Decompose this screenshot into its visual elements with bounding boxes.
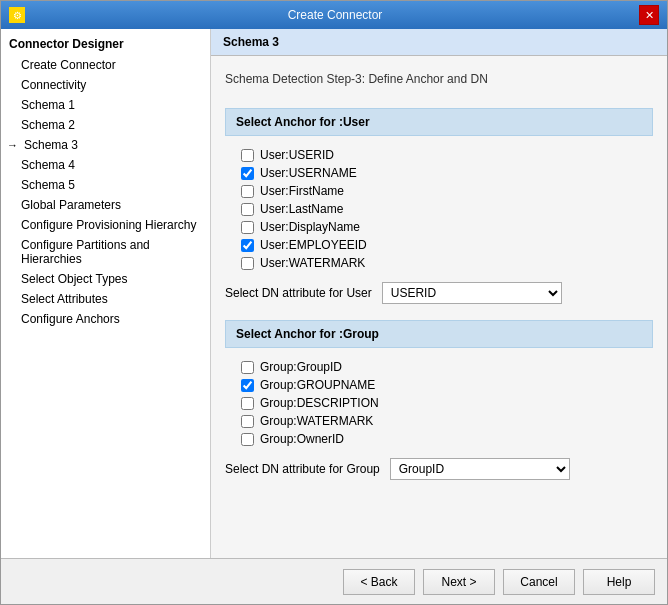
back-button[interactable]: < Back <box>343 569 415 595</box>
sidebar-label-create-connector: Create Connector <box>21 58 116 72</box>
user-section-header: Select Anchor for :User <box>225 108 653 136</box>
sidebar-label-global-parameters: Global Parameters <box>21 198 121 212</box>
sidebar-label-select-attributes: Select Attributes <box>21 292 108 306</box>
sidebar-label-schema3: Schema 3 <box>24 138 78 152</box>
sidebar-item-create-connector[interactable]: Create Connector <box>1 55 210 75</box>
sidebar-item-configure-partitions[interactable]: Configure Partitions and Hierarchies <box>1 235 210 269</box>
cancel-button[interactable]: Cancel <box>503 569 575 595</box>
checkbox-user-displayname: User:DisplayName <box>241 218 653 236</box>
group-groupid-label: Group:GroupID <box>260 360 342 374</box>
group-groupname-label: Group:GROUPNAME <box>260 378 375 392</box>
main-window: ⚙ Create Connector ✕ Connector Designer … <box>0 0 668 605</box>
active-arrow-icon: → <box>7 139 18 151</box>
sidebar-label-schema4: Schema 4 <box>21 158 75 172</box>
title-bar: ⚙ Create Connector ✕ <box>1 1 667 29</box>
user-dn-label: Select DN attribute for User <box>225 286 372 300</box>
checkbox-group-description: Group:DESCRIPTION <box>241 394 653 412</box>
group-groupname-checkbox[interactable] <box>241 379 254 392</box>
checkbox-user-username: User:USERNAME <box>241 164 653 182</box>
sidebar-item-configure-provisioning[interactable]: Configure Provisioning Hierarchy <box>1 215 210 235</box>
group-watermark-label: Group:WATERMARK <box>260 414 373 428</box>
main-content: Schema Detection Step-3: Define Anchor a… <box>211 56 667 558</box>
sidebar-item-connectivity[interactable]: Connectivity <box>1 75 210 95</box>
window-title: Create Connector <box>31 8 639 22</box>
sidebar-label-schema5: Schema 5 <box>21 178 75 192</box>
user-userid-checkbox[interactable] <box>241 149 254 162</box>
sidebar-label-connectivity: Connectivity <box>21 78 86 92</box>
user-username-checkbox[interactable] <box>241 167 254 180</box>
user-firstname-label: User:FirstName <box>260 184 344 198</box>
group-description-label: Group:DESCRIPTION <box>260 396 379 410</box>
checkbox-group-groupname: Group:GROUPNAME <box>241 376 653 394</box>
main-panel: Schema 3 Schema Detection Step-3: Define… <box>211 29 667 558</box>
checkbox-group-watermark: Group:WATERMARK <box>241 412 653 430</box>
main-panel-header: Schema 3 <box>211 29 667 56</box>
checkbox-user-lastname: User:LastName <box>241 200 653 218</box>
content-area: Connector Designer Create Connector Conn… <box>1 29 667 558</box>
group-description-checkbox[interactable] <box>241 397 254 410</box>
sidebar-label-configure-provisioning: Configure Provisioning Hierarchy <box>21 218 196 232</box>
sidebar-header: Connector Designer <box>1 33 210 55</box>
footer: < Back Next > Cancel Help <box>1 558 667 604</box>
sidebar-item-schema4[interactable]: Schema 4 <box>1 155 210 175</box>
user-checkbox-group: User:USERID User:USERNAME User:FirstName… <box>225 146 653 272</box>
sidebar-label-configure-anchors: Configure Anchors <box>21 312 120 326</box>
checkbox-user-firstname: User:FirstName <box>241 182 653 200</box>
sidebar-item-select-object-types[interactable]: Select Object Types <box>1 269 210 289</box>
group-watermark-checkbox[interactable] <box>241 415 254 428</box>
user-lastname-label: User:LastName <box>260 202 343 216</box>
checkbox-group-groupid: Group:GroupID <box>241 358 653 376</box>
user-displayname-checkbox[interactable] <box>241 221 254 234</box>
user-firstname-checkbox[interactable] <box>241 185 254 198</box>
user-dn-select[interactable]: USERID USERNAME FirstName LastName Displ… <box>382 282 562 304</box>
user-dn-row: Select DN attribute for User USERID USER… <box>225 282 653 304</box>
group-ownerid-label: Group:OwnerID <box>260 432 344 446</box>
close-button[interactable]: ✕ <box>639 5 659 25</box>
sidebar-label-schema2: Schema 2 <box>21 118 75 132</box>
user-userid-label: User:USERID <box>260 148 334 162</box>
group-section-header: Select Anchor for :Group <box>225 320 653 348</box>
sidebar-label-configure-partitions: Configure Partitions and Hierarchies <box>21 238 202 266</box>
group-dn-select[interactable]: GroupID GROUPNAME DESCRIPTION WATERMARK … <box>390 458 570 480</box>
group-checkbox-group: Group:GroupID Group:GROUPNAME Group:DESC… <box>225 358 653 448</box>
user-displayname-label: User:DisplayName <box>260 220 360 234</box>
user-employeeid-checkbox[interactable] <box>241 239 254 252</box>
user-employeeid-label: User:EMPLOYEEID <box>260 238 367 252</box>
next-button[interactable]: Next > <box>423 569 495 595</box>
sidebar-item-configure-anchors[interactable]: Configure Anchors <box>1 309 210 329</box>
sidebar-item-select-attributes[interactable]: Select Attributes <box>1 289 210 309</box>
sidebar-item-schema3[interactable]: → Schema 3 <box>1 135 210 155</box>
group-ownerid-checkbox[interactable] <box>241 433 254 446</box>
group-dn-row: Select DN attribute for Group GroupID GR… <box>225 458 653 480</box>
user-lastname-checkbox[interactable] <box>241 203 254 216</box>
checkbox-user-userid: User:USERID <box>241 146 653 164</box>
sidebar-label-schema1: Schema 1 <box>21 98 75 112</box>
sidebar: Connector Designer Create Connector Conn… <box>1 29 211 558</box>
group-dn-label: Select DN attribute for Group <box>225 462 380 476</box>
checkbox-user-employeeid: User:EMPLOYEEID <box>241 236 653 254</box>
user-username-label: User:USERNAME <box>260 166 357 180</box>
checkbox-group-ownerid: Group:OwnerID <box>241 430 653 448</box>
checkbox-user-watermark: User:WATERMARK <box>241 254 653 272</box>
window-icon: ⚙ <box>9 7 25 23</box>
sidebar-label-select-object-types: Select Object Types <box>21 272 128 286</box>
user-watermark-checkbox[interactable] <box>241 257 254 270</box>
group-groupid-checkbox[interactable] <box>241 361 254 374</box>
sidebar-item-schema1[interactable]: Schema 1 <box>1 95 210 115</box>
sidebar-item-schema2[interactable]: Schema 2 <box>1 115 210 135</box>
step-description: Schema Detection Step-3: Define Anchor a… <box>225 66 653 92</box>
help-button[interactable]: Help <box>583 569 655 595</box>
user-watermark-label: User:WATERMARK <box>260 256 365 270</box>
sidebar-item-schema5[interactable]: Schema 5 <box>1 175 210 195</box>
sidebar-item-global-parameters[interactable]: Global Parameters <box>1 195 210 215</box>
